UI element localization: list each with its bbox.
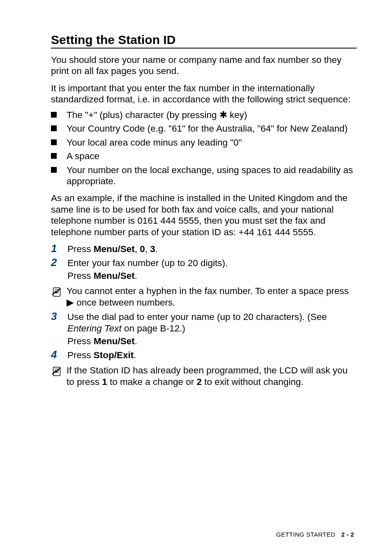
- key-label: 3: [150, 244, 155, 254]
- step-text: .: [135, 271, 137, 281]
- step-text: .: [134, 350, 136, 360]
- list-item: Your Country Code (e.g. "61" for the Aus…: [51, 123, 357, 134]
- step-number: 4: [51, 349, 67, 361]
- key-label: Stop/Exit: [94, 350, 134, 360]
- sequence-list: The "+" (plus) character (by pressing ✱ …: [51, 109, 357, 187]
- note-text-part: to make a change or: [107, 377, 197, 387]
- step-4: 4 Press Stop/Exit.: [51, 349, 357, 361]
- footer-section-label: GETTING STARTED: [276, 531, 335, 538]
- step-text: Enter your fax number (up to 20 digits).: [67, 258, 228, 268]
- key-label: Menu/Set: [94, 244, 135, 254]
- note-icon: [51, 366, 65, 380]
- note-1: You cannot enter a hyphen in the fax num…: [51, 285, 357, 308]
- list-item: Your local area code minus any leading "…: [51, 137, 357, 148]
- step-3: 3 Use the dial pad to enter your name (u…: [51, 310, 357, 347]
- step-text: Press: [67, 271, 94, 281]
- list-item: A space: [51, 151, 357, 162]
- step-text: Press: [67, 336, 94, 346]
- step-body: Press Stop/Exit.: [67, 350, 136, 361]
- note-text: You cannot enter a hyphen in the fax num…: [67, 285, 357, 308]
- step-body: Enter your fax number (up to 20 digits).…: [67, 257, 228, 282]
- step-text: ,: [145, 244, 150, 254]
- step-1: 1 Press Menu/Set, 0, 3.: [51, 243, 357, 255]
- page-title: Setting the Station ID: [51, 33, 357, 49]
- key-label: 0: [140, 244, 145, 254]
- step-text: .: [135, 336, 137, 346]
- key-label: Menu/Set: [94, 336, 135, 346]
- step-text: Use the dial pad to enter your name (up …: [67, 312, 327, 322]
- step-text: ,: [135, 244, 140, 254]
- step-text: on page B-12.): [122, 323, 185, 334]
- note-text: If the Station ID has already been progr…: [67, 365, 357, 387]
- step-number: 1: [51, 243, 67, 255]
- step-text: Press: [67, 244, 94, 254]
- reference-italic: Entering Text: [67, 323, 122, 334]
- key-label: 2: [196, 377, 202, 387]
- step-text: Press: [67, 350, 94, 360]
- step-text: .: [155, 244, 158, 254]
- intro-paragraph-2: It is important that you enter the fax n…: [51, 83, 357, 105]
- step-number: 3: [51, 310, 67, 322]
- step-body: Press Menu/Set, 0, 3.: [67, 243, 158, 255]
- example-paragraph: As an example, if the machine is install…: [51, 192, 357, 238]
- note-text-part: to exit without changing.: [202, 377, 304, 387]
- note-2: If the Station ID has already been progr…: [51, 365, 357, 387]
- intro-paragraph-1: You should store your name or company na…: [51, 54, 357, 77]
- step-body: Use the dial pad to enter your name (up …: [67, 311, 357, 347]
- footer-page-number: 2 - 2: [341, 531, 354, 538]
- step-2: 2 Enter your fax number (up to 20 digits…: [51, 257, 357, 282]
- page-footer: GETTING STARTED 2 - 2: [276, 531, 354, 538]
- key-label: 1: [102, 377, 107, 387]
- steps-list: 1 Press Menu/Set, 0, 3. 2 Enter your fax…: [51, 243, 357, 281]
- list-item: The "+" (plus) character (by pressing ✱ …: [51, 109, 357, 120]
- note-icon: [51, 286, 65, 300]
- steps-list-continued: 3 Use the dial pad to enter your name (u…: [51, 310, 357, 361]
- key-label: Menu/Set: [94, 271, 135, 281]
- step-number: 2: [51, 257, 67, 269]
- list-item: Your number on the local exchange, using…: [51, 164, 357, 187]
